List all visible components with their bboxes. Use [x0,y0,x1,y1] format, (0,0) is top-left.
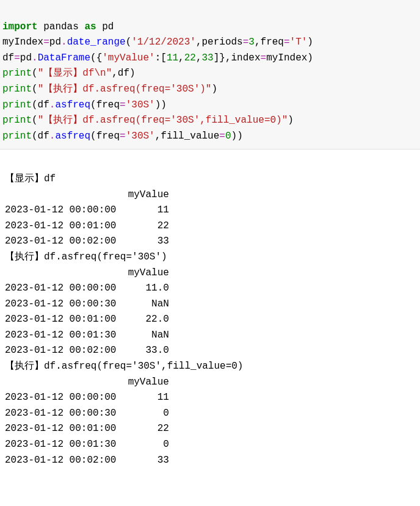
str: 'myValue' [102,52,154,63]
num: 11 [167,52,178,63]
output-line: 2023-01-12 00:00:00 11 [5,204,169,215]
token: ,fill_value [155,131,220,142]
keyword-as: as [84,21,96,32]
token: ) [288,115,294,126]
str: "【执行】df.asfreq(freq='30S')" [38,84,212,95]
output-line: myValue [5,377,169,388]
code-line-2: myIndex=pd.date_range('1/12/2023',period… [2,37,313,48]
token: pd [49,37,61,48]
token: (df [32,99,49,110]
output-line: 2023-01-12 00:00:00 11.0 [5,283,169,294]
token: ,df) [112,68,135,79]
output-line: 2023-01-12 00:01:00 22.0 [5,314,169,325]
token: :[ [155,52,167,63]
code-line-1: import pandas as pd [2,21,114,32]
op: . [49,99,56,110]
output-line: 2023-01-12 00:01:00 22 [5,220,169,231]
num: 3 [248,37,255,48]
str: "【执行】df.asfreq(freq='30S',fill_value=0)" [38,115,288,126]
op: = [261,52,267,63]
output-line: 2023-01-12 00:01:30 NaN [5,330,169,341]
op: = [120,131,126,142]
fn: DataFrame [38,52,90,63]
token: (freq [90,99,120,110]
token: , [178,52,184,63]
fn: date_range [67,37,126,48]
builtin-print: print [2,68,32,79]
output-line: 2023-01-12 00:02:00 33 [5,455,169,466]
op: = [14,52,20,63]
token: (freq [90,131,120,142]
token: myIndex) [266,52,313,63]
code-line-5: print("【执行】df.asfreq(freq='30S')") [2,84,217,95]
token: ]},index [214,52,261,63]
output-line: 【执行】df.asfreq(freq='30S',fill_value=0) [5,361,243,372]
output-line: 2023-01-12 00:01:30 0 [5,439,169,450]
token: , [196,52,202,63]
str: '1/12/2023' [131,37,196,48]
output-line: myValue [5,267,169,278]
token: myIndex [2,37,43,48]
output-line: 【执行】df.asfreq(freq='30S') [5,251,167,262]
keyword-import: import [2,21,38,32]
op: = [43,37,49,48]
output-line: 2023-01-12 00:01:00 22 [5,423,169,434]
code-cell: import pandas as pd myIndex=pd.date_rang… [0,0,420,150]
op: . [61,37,67,48]
builtin-print: print [2,131,32,142]
op: = [219,131,225,142]
str: 'T' [290,37,308,48]
output-line: 2023-01-12 00:02:00 33 [5,236,169,247]
output-line: 2023-01-12 00:00:00 11 [5,392,169,403]
output-line: 2023-01-12 00:00:30 0 [5,408,169,419]
num: 33 [202,52,214,63]
code-line-6: print(df.asfreq(freq='30S')) [2,99,167,110]
code-line-7: print("【执行】df.asfreq(freq='30S',fill_val… [2,115,294,126]
op: = [243,37,249,48]
output-line: 2023-01-12 00:00:30 NaN [5,298,169,309]
op: = [284,37,290,48]
builtin-print: print [2,99,32,110]
num: 22 [184,52,196,63]
token: )) [231,131,243,142]
token: df [2,52,14,63]
op: = [120,99,126,110]
token: ,freq [255,37,284,48]
token: pd [20,52,32,63]
token: ( [32,68,38,79]
code-line-4: print("【显示】df\n",df) [2,68,136,79]
str: '30S' [126,131,155,142]
num: 0 [225,131,231,142]
token: ( [32,115,38,126]
output-line: 2023-01-12 00:02:00 33.0 [5,345,169,356]
builtin-print: print [2,115,32,126]
output-line: 【显示】df [5,173,56,184]
output-cell: 【显示】df myValue 2023-01-12 00:00:00 11 20… [0,150,420,472]
token: pandas [38,21,85,32]
fn: asfreq [55,131,90,142]
token: ( [32,84,38,95]
str: '30S' [126,99,155,110]
op: . [32,52,38,63]
token: ( [126,37,132,48]
builtin-print: print [2,84,32,95]
token: ) [307,37,313,48]
token: ({ [90,52,102,63]
fn: asfreq [55,99,90,110]
token: pd [96,21,114,32]
token: ) [211,84,217,95]
token: )) [155,99,167,110]
token: ,periods [196,37,243,48]
code-line-8: print(df.asfreq(freq='30S',fill_value=0)… [2,131,243,142]
output-line: myValue [5,189,169,200]
code-line-3: df=pd.DataFrame({'myValue':[11,22,33]},i… [2,52,313,63]
token: (df [32,131,49,142]
str: "【显示】df\n" [38,68,112,79]
op: . [49,131,56,142]
